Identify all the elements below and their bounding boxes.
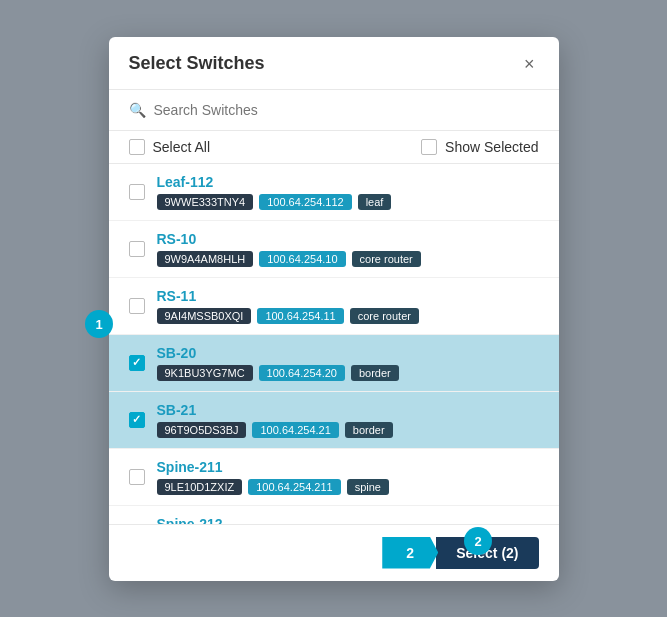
switch-info: Leaf-1129WWE333TNY4100.64.254.112leaf	[157, 174, 392, 210]
switch-info: Spine-2119LE10D1ZXIZ100.64.254.211spine	[157, 459, 389, 495]
tag-id: 9LE10D1ZXIZ	[157, 479, 243, 495]
switch-checkbox[interactable]	[129, 298, 145, 314]
switch-info: RS-109W9A4AM8HLH100.64.254.10core router	[157, 231, 421, 267]
tag-ip: 100.64.254.211	[248, 479, 340, 495]
tag-id: 9W9A4AM8HLH	[157, 251, 254, 267]
switch-tags: 9K1BU3YG7MC100.64.254.20border	[157, 365, 399, 381]
step-badge: 2	[382, 537, 438, 569]
show-selected-label[interactable]: Show Selected	[421, 139, 538, 155]
tag-type: core router	[350, 308, 419, 324]
tag-id: 96T9O5DS3BJ	[157, 422, 247, 438]
switch-name: SB-20	[157, 345, 399, 361]
switch-checkbox[interactable]	[129, 241, 145, 257]
list-item[interactable]: Leaf-1129WWE333TNY4100.64.254.112leaf	[109, 164, 559, 221]
annotation-badge-2: 2	[464, 527, 492, 555]
switch-tags: 9WWE333TNY4100.64.254.112leaf	[157, 194, 392, 210]
switch-name: SB-21	[157, 402, 393, 418]
list-item[interactable]: RS-109W9A4AM8HLH100.64.254.10core router	[109, 221, 559, 278]
select-all-checkbox[interactable]	[129, 139, 145, 155]
tag-type: border	[345, 422, 393, 438]
switch-name: RS-11	[157, 288, 419, 304]
tag-ip: 100.64.254.10	[259, 251, 345, 267]
list-item[interactable]: RS-119AI4MSSB0XQI100.64.254.11core route…	[109, 278, 559, 335]
list-item[interactable]: Spine-212915CB80DBTP100.64.254.212spine	[109, 506, 559, 524]
switch-info: SB-209K1BU3YG7MC100.64.254.20border	[157, 345, 399, 381]
modal-overlay: 1 2 Select Switches × 🔍 Select All Show …	[0, 0, 667, 617]
tag-ip: 100.64.254.20	[259, 365, 345, 381]
switch-info: Spine-212915CB80DBTP100.64.254.212spine	[157, 516, 395, 524]
tag-type: spine	[347, 479, 389, 495]
switch-name: RS-10	[157, 231, 421, 247]
list-item[interactable]: Spine-2119LE10D1ZXIZ100.64.254.211spine	[109, 449, 559, 506]
controls-bar: Select All Show Selected	[109, 131, 559, 164]
switch-name: Spine-211	[157, 459, 389, 475]
tag-id: 9K1BU3YG7MC	[157, 365, 253, 381]
modal-footer: 2 Select (2)	[109, 524, 559, 581]
switch-name: Leaf-112	[157, 174, 392, 190]
switch-checkbox[interactable]	[129, 184, 145, 200]
switch-name: Spine-212	[157, 516, 395, 524]
search-bar: 🔍	[109, 90, 559, 131]
list-item[interactable]: SB-209K1BU3YG7MC100.64.254.20border	[109, 335, 559, 392]
close-button[interactable]: ×	[520, 53, 539, 75]
switch-tags: 96T9O5DS3BJ100.64.254.21border	[157, 422, 393, 438]
tag-type: core router	[352, 251, 421, 267]
list-item[interactable]: SB-2196T9O5DS3BJ100.64.254.21border	[109, 392, 559, 449]
show-selected-checkbox[interactable]	[421, 139, 437, 155]
tag-id: 9WWE333TNY4	[157, 194, 254, 210]
switch-checkbox[interactable]	[129, 469, 145, 485]
select-all-label[interactable]: Select All	[129, 139, 211, 155]
switch-info: RS-119AI4MSSB0XQI100.64.254.11core route…	[157, 288, 419, 324]
annotation-badge-1: 1	[85, 310, 113, 338]
tag-type: border	[351, 365, 399, 381]
search-icon: 🔍	[129, 102, 146, 118]
switch-info: SB-2196T9O5DS3BJ100.64.254.21border	[157, 402, 393, 438]
modal-title: Select Switches	[129, 53, 265, 74]
tag-ip: 100.64.254.21	[252, 422, 338, 438]
select-switches-modal: Select Switches × 🔍 Select All Show Sele…	[109, 37, 559, 581]
switch-tags: 9AI4MSSB0XQI100.64.254.11core router	[157, 308, 419, 324]
tag-ip: 100.64.254.11	[257, 308, 343, 324]
tag-ip: 100.64.254.112	[259, 194, 351, 210]
switch-checkbox[interactable]	[129, 355, 145, 371]
tag-type: leaf	[358, 194, 392, 210]
search-input[interactable]	[154, 102, 539, 118]
tag-id: 9AI4MSSB0XQI	[157, 308, 252, 324]
switch-tags: 9LE10D1ZXIZ100.64.254.211spine	[157, 479, 389, 495]
switch-checkbox[interactable]	[129, 412, 145, 428]
modal-header: Select Switches ×	[109, 37, 559, 90]
switch-tags: 9W9A4AM8HLH100.64.254.10core router	[157, 251, 421, 267]
switch-list: Leaf-1129WWE333TNY4100.64.254.112leafRS-…	[109, 164, 559, 524]
